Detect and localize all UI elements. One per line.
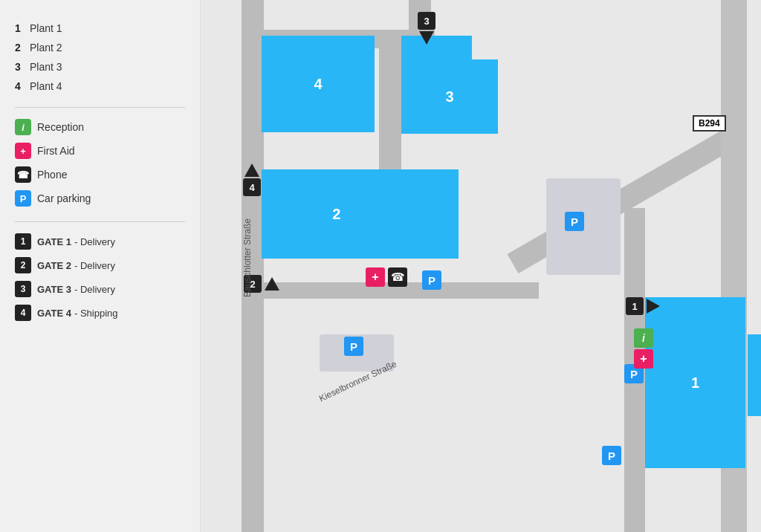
- phone-icon: ☎: [15, 166, 31, 183]
- gate1-badge-map: 1: [626, 297, 644, 315]
- parking-badge-right: P: [565, 212, 584, 231]
- b294-sign: B294: [693, 115, 726, 132]
- b294-label: B294: [699, 118, 720, 129]
- reception-map-plant1: i: [634, 328, 653, 348]
- gate3-marker: 3: [418, 12, 435, 45]
- parking-badge-plant2: P: [422, 270, 441, 290]
- gate-legend: 1 GATE 1 - Delivery 2 GATE 2 - Delivery …: [15, 233, 185, 321]
- plant1-building-label: 1: [691, 374, 699, 392]
- firstaid-icon: +: [15, 143, 31, 159]
- gate2-desc: - Delivery: [74, 260, 115, 271]
- parking-badge-lower-right: P: [602, 446, 621, 465]
- phone-label: Phone: [37, 169, 67, 181]
- p-badge-right: P: [565, 212, 584, 231]
- plant4-label: Plant 4: [30, 80, 62, 92]
- divider2: [15, 221, 185, 222]
- plant1-number: 1: [15, 22, 30, 34]
- divider1: [15, 107, 185, 108]
- plant-legend: 1 Plant 1 2 Plant 2 3 Plant 3 4 Plant 4: [15, 22, 185, 92]
- p-badge-plant2: P: [422, 270, 441, 290]
- firstaid-map-plant1: +: [634, 349, 653, 369]
- parking-label: Car parking: [37, 192, 91, 204]
- reception-icon: i: [15, 119, 31, 135]
- firstaid-item: + First Aid: [15, 143, 185, 159]
- gate1-desc: - Delivery: [74, 236, 115, 247]
- plant2-number: 2: [15, 42, 30, 53]
- firstaid-map: +: [366, 267, 385, 287]
- plant3-building-label: 3: [445, 88, 453, 106]
- gate4-item: 4 GATE 4 - Shipping: [15, 305, 185, 321]
- plant1-label: Plant 1: [30, 22, 62, 34]
- plant3-building: 3: [401, 59, 498, 134]
- phone-badge-map: ☎: [388, 267, 407, 287]
- gate2-badge: 2: [15, 257, 31, 273]
- plant3-item: 3 Plant 3: [15, 61, 185, 73]
- gate3-item: 3 GATE 3 - Delivery: [15, 281, 185, 297]
- gate2-item: 2 GATE 2 - Delivery: [15, 257, 185, 273]
- gate2-label: GATE 2: [37, 260, 71, 271]
- plant3-label: Plant 3: [30, 61, 62, 73]
- plant4-number: 4: [15, 80, 30, 92]
- gate4-marker: 4: [243, 163, 261, 196]
- plant1-item: 1 Plant 1: [15, 22, 185, 34]
- sidebar: 1 Plant 1 2 Plant 2 3 Plant 3 4 Plant 4 …: [0, 0, 201, 532]
- parking-badge-mid: P: [344, 337, 363, 356]
- map: 4 3 2 1 3 4 2 + ☎: [201, 0, 761, 532]
- amenity-legend: i Reception + First Aid ☎ Phone P Car pa…: [15, 119, 185, 207]
- plant3-number: 3: [15, 61, 30, 73]
- gate4-badge-map: 4: [243, 178, 261, 196]
- gate4-desc: - Shipping: [74, 308, 118, 319]
- parking-icon: P: [15, 190, 31, 207]
- plant2-building-label: 2: [332, 206, 340, 223]
- bauschlotter-label: Bauschlotter Straße: [242, 218, 253, 297]
- diagonal-road: [508, 128, 737, 273]
- gate1-marker: 1: [626, 297, 660, 315]
- gate3-badge: 3: [15, 281, 31, 297]
- gate1-arrow: [647, 299, 660, 314]
- plant1-building: 1: [645, 297, 745, 468]
- gate3-desc: - Delivery: [74, 284, 115, 295]
- reception-item: i Reception: [15, 119, 185, 135]
- parking-item: P Car parking: [15, 190, 185, 207]
- plant2-label: Plant 2: [30, 42, 62, 53]
- gate1-badge: 1: [15, 233, 31, 250]
- firstaid-label: First Aid: [37, 145, 75, 157]
- road-between-plants: [379, 30, 401, 186]
- phone-item: ☎ Phone: [15, 166, 185, 183]
- gate4-arrow: [245, 163, 259, 177]
- gate3-badge-map: 3: [418, 12, 435, 30]
- plant4-building: 4: [262, 36, 375, 132]
- reception-label: Reception: [37, 121, 84, 133]
- p-badge-lower-right: P: [602, 446, 621, 465]
- plant2-item: 2 Plant 2: [15, 42, 185, 53]
- gate3-label: GATE 3: [37, 284, 71, 295]
- info-badge-plant1: i: [634, 328, 653, 348]
- phone-map: ☎: [388, 267, 407, 287]
- firstaid-badge-map: +: [366, 267, 385, 287]
- gate2-arrow: [265, 277, 279, 291]
- gate4-label: GATE 4: [37, 308, 71, 319]
- plant1-annex: [748, 334, 761, 416]
- firstaid-badge-plant1: +: [634, 349, 653, 369]
- plant4-item: 4 Plant 4: [15, 80, 185, 92]
- plant4-building-label: 4: [314, 76, 322, 93]
- gate1-label: GATE 1: [37, 236, 71, 247]
- gate1-item: 1 GATE 1 - Delivery: [15, 233, 185, 250]
- p-badge-mid: P: [344, 337, 363, 356]
- plant2-building: 2: [262, 169, 459, 259]
- gate4-badge: 4: [15, 305, 31, 321]
- gate3-arrow: [419, 31, 434, 45]
